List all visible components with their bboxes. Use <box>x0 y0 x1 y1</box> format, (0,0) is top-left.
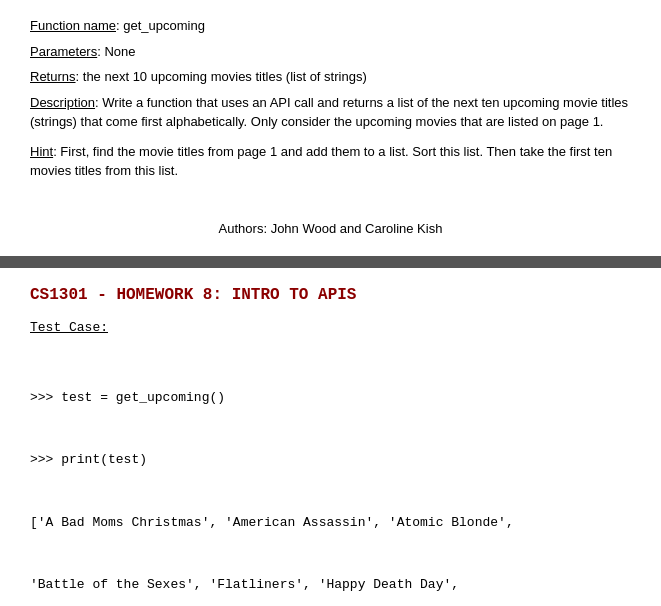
code-block: >>> test = get_upcoming() >>> print(test… <box>30 347 631 607</box>
course-title: CS1301 - HOMEWORK 8: INTRO TO APIS <box>30 286 631 304</box>
code-line-3: ['A Bad Moms Christmas', 'American Assas… <box>30 513 631 534</box>
authors-text: Authors: John Wood and Caroline Kish <box>219 221 443 236</box>
top-section: Function name: get_upcoming Parameters: … <box>0 0 661 256</box>
description-value: Write a function that uses an API call a… <box>30 95 628 130</box>
function-name-value: get_upcoming <box>123 18 205 33</box>
test-case-label: Test Case: <box>30 320 631 335</box>
authors-section: Authors: John Wood and Caroline Kish <box>30 221 631 236</box>
code-line-4: 'Battle of the Sexes', 'Flatliners', 'Ha… <box>30 575 631 596</box>
code-line-1: >>> test = get_upcoming() <box>30 388 631 409</box>
returns-value: the next 10 upcoming movies titles (list… <box>83 69 367 84</box>
parameters-label: Parameters <box>30 44 97 59</box>
returns-label: Returns <box>30 69 76 84</box>
hint-label: Hint <box>30 144 53 159</box>
parameters-value: None <box>104 44 135 59</box>
description-label: Description <box>30 95 95 110</box>
returns-row: Returns: the next 10 upcoming movies tit… <box>30 67 631 87</box>
parameters-row: Parameters: None <box>30 42 631 62</box>
description-row: Description: Write a function that uses … <box>30 93 631 132</box>
bottom-section: CS1301 - HOMEWORK 8: INTRO TO APIS Test … <box>0 268 661 607</box>
function-name-row: Function name: get_upcoming <box>30 16 631 36</box>
code-line-2: >>> print(test) <box>30 450 631 471</box>
section-divider <box>0 256 661 268</box>
function-name-label: Function name <box>30 18 116 33</box>
hint-row: Hint: First, find the movie titles from … <box>30 142 631 181</box>
hint-value: First, find the movie titles from page 1… <box>30 144 612 179</box>
